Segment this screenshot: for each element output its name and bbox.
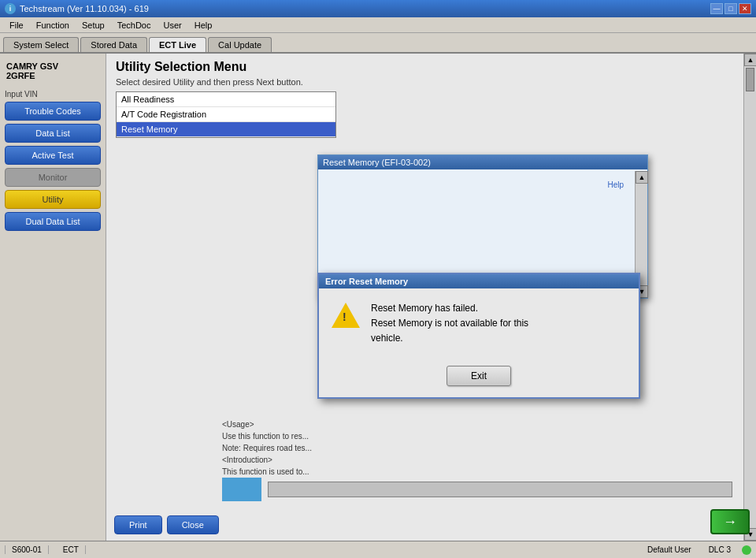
maximize-button[interactable]: □	[724, 3, 737, 14]
tab-cal-update[interactable]: Cal Update	[208, 37, 272, 52]
menu-setup[interactable]: Setup	[76, 17, 111, 32]
error-line3: vehicle.	[371, 331, 528, 346]
status-bar: S600-01 ECT Default User DLC 3	[0, 541, 756, 558]
minimize-button[interactable]: —	[710, 3, 723, 14]
utility-item-at-code[interactable]: A/T Code Registration	[117, 107, 335, 122]
error-dialog-title: Error Reset Memory	[325, 277, 408, 286]
error-dialog-footer: Exit	[319, 359, 639, 397]
menu-bar: File Function Setup TechDoc User Help	[0, 17, 756, 33]
data-list-button[interactable]: Data List	[5, 124, 101, 143]
intro-text: This function is used to...	[222, 466, 732, 478]
content-scrollbar[interactable]: ▲ ▼	[743, 54, 756, 541]
sidebar: CAMRY GSV 2GRFE Input VIN Trouble Codes …	[0, 54, 106, 541]
progress-bar	[268, 482, 732, 497]
dual-data-list-button[interactable]: Dual Data List	[5, 212, 101, 231]
page-title: Utility Selection Menu	[106, 54, 756, 77]
error-message: Reset Memory has failed. Reset Memory is…	[371, 301, 528, 347]
scroll-thumb[interactable]	[746, 68, 754, 91]
progress-section	[222, 478, 732, 501]
error-line1: Reset Memory has failed.	[371, 301, 528, 316]
main-container: CAMRY GSV 2GRFE Input VIN Trouble Codes …	[0, 54, 756, 541]
error-line2: Reset Memory is not available for this	[371, 316, 528, 331]
content-subtitle: Select desired Utility and then press Ne…	[106, 77, 756, 91]
status-segment2: ECT	[57, 545, 86, 554]
vehicle-info: CAMRY GSV 2GRFE	[5, 58, 101, 84]
outer-dialog-title: Reset Memory (EFI-03-002)	[323, 158, 431, 167]
utility-button[interactable]: Utility	[5, 190, 101, 209]
intro-header: <Introduction>	[222, 454, 732, 466]
usage-header: <Usage>	[222, 418, 732, 430]
menu-help[interactable]: Help	[188, 17, 219, 32]
close-button[interactable]: Close	[167, 515, 219, 534]
utility-item-reset-memory[interactable]: Reset Memory	[117, 122, 335, 137]
active-test-button[interactable]: Active Test	[5, 146, 101, 165]
close-button[interactable]: ✕	[739, 3, 751, 14]
app-icon: i	[5, 3, 16, 14]
dlc-indicator	[742, 545, 751, 555]
next-arrow-icon: →	[723, 514, 737, 530]
tab-bar: System Select Stored Data ECT Live Cal U…	[0, 33, 756, 54]
tab-system-select[interactable]: System Select	[3, 37, 79, 52]
status-dlc: DLC 3	[709, 545, 731, 554]
utility-item-all-readiness[interactable]: All Readiness	[117, 92, 335, 107]
outer-scroll-up[interactable]: ▲	[636, 171, 648, 184]
exit-button[interactable]: Exit	[447, 366, 511, 386]
status-segment1: S600-01	[5, 545, 49, 554]
tab-ect-live[interactable]: ECT Live	[149, 37, 206, 52]
menu-function[interactable]: Function	[30, 17, 76, 32]
blue-indicator	[222, 478, 261, 501]
error-dialog: Error Reset Memory ! Reset Memory has fa…	[317, 273, 640, 399]
content-area: Utility Selection Menu Select desired Ut…	[106, 54, 756, 541]
status-user: Default User	[647, 545, 691, 554]
warning-icon: !	[332, 301, 360, 329]
warning-exclaim: !	[343, 311, 346, 323]
menu-techdoc[interactable]: TechDoc	[111, 17, 158, 32]
monitor-button[interactable]: Monitor	[5, 168, 101, 187]
bottom-buttons: Print Close	[114, 515, 219, 534]
utility-list: All Readiness A/T Code Registration Rese…	[116, 91, 336, 138]
error-dialog-titlebar: Error Reset Memory	[319, 274, 639, 288]
help-button[interactable]: Help	[326, 177, 639, 192]
menu-file[interactable]: File	[3, 17, 30, 32]
menu-user[interactable]: User	[157, 17, 187, 32]
title-text: Techstream (Ver 11.10.034) - 619	[20, 4, 710, 13]
input-vin-label: Input VIN	[5, 90, 101, 99]
error-dialog-body: ! Reset Memory has failed. Reset Memory …	[319, 288, 639, 359]
scroll-up-arrow[interactable]: ▲	[744, 54, 756, 66]
usage-text: Use this function to res...	[222, 430, 732, 442]
tab-stored-data[interactable]: Stored Data	[80, 37, 147, 52]
outer-dialog-titlebar: Reset Memory (EFI-03-002)	[318, 155, 647, 169]
next-button[interactable]: →	[710, 509, 750, 534]
trouble-codes-button[interactable]: Trouble Codes	[5, 102, 101, 121]
note-text: Note: Requires road tes...	[222, 442, 732, 454]
print-button[interactable]: Print	[114, 515, 162, 534]
window-controls: — □ ✕	[710, 3, 751, 14]
bottom-info: <Usage> Use this function to res... Note…	[222, 418, 732, 478]
title-bar: i Techstream (Ver 11.10.034) - 619 — □ ✕	[0, 0, 756, 17]
